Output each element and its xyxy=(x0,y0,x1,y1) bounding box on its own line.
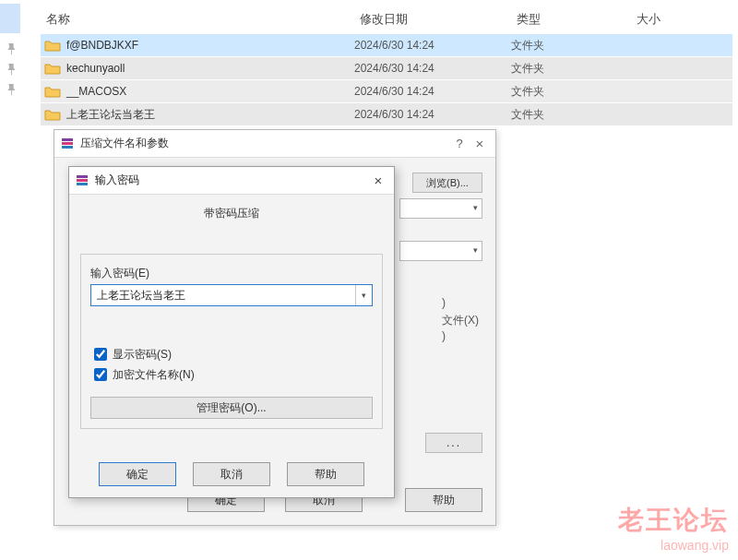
stub-text-x: 文件(X) xyxy=(442,313,479,328)
format-dropdown[interactable]: ▾ xyxy=(399,198,482,219)
selected-indicator xyxy=(0,4,20,33)
file-name: kechunyaoll xyxy=(66,62,354,75)
column-header-type[interactable]: 类型 xyxy=(511,11,631,28)
column-header-row: 名称 修改日期 类型 大小 xyxy=(41,6,732,33)
password-dialog: 输入密码 × 带密码压缩 输入密码(E) ▾ 显示密码(S) 加密文件名称(N)… xyxy=(68,166,395,498)
svg-rect-3 xyxy=(77,175,88,178)
file-date: 2024/6/30 14:24 xyxy=(354,39,511,52)
checkbox-label: 加密文件名称(N) xyxy=(113,367,195,383)
dialog-title: 输入密码 xyxy=(95,173,368,188)
svg-rect-1 xyxy=(62,142,73,145)
pin-icon xyxy=(5,63,18,76)
checkbox-input[interactable] xyxy=(94,348,107,361)
ok-button[interactable]: 确定 xyxy=(99,462,176,486)
show-password-checkbox[interactable]: 显示密码(S) xyxy=(90,345,172,363)
close-icon[interactable]: × xyxy=(368,173,388,188)
file-name: __MACOSX xyxy=(66,85,354,98)
chevron-down-icon[interactable]: ▾ xyxy=(355,285,372,305)
file-type: 文件夹 xyxy=(511,84,631,100)
dialog-titlebar[interactable]: 输入密码 × xyxy=(69,167,394,195)
password-group: 输入密码(E) ▾ 显示密码(S) 加密文件名称(N) 管理密码(O)... xyxy=(80,254,383,429)
pin-strip xyxy=(0,35,22,103)
watermark: 老王论坛 laowang.vip xyxy=(618,503,729,553)
dialog-titlebar[interactable]: 压缩文件名和参数 ? × xyxy=(54,130,495,158)
file-type: 文件夹 xyxy=(511,38,631,54)
svg-rect-5 xyxy=(77,183,88,185)
column-header-date[interactable]: 修改日期 xyxy=(354,11,511,28)
close-icon[interactable]: × xyxy=(470,136,490,151)
table-row[interactable]: f@BNDBJKXF 2024/6/30 14:24 文件夹 xyxy=(41,33,732,56)
table-row[interactable]: __MACOSX 2024/6/30 14:24 文件夹 xyxy=(41,79,732,102)
compression-dropdown[interactable]: ▾ xyxy=(399,241,482,261)
help-icon[interactable]: ? xyxy=(449,137,470,150)
svg-rect-4 xyxy=(77,179,88,182)
file-date: 2024/6/30 14:24 xyxy=(354,108,511,121)
column-header-size[interactable]: 大小 xyxy=(631,11,732,28)
file-type: 文件夹 xyxy=(511,61,631,77)
more-button[interactable]: ... xyxy=(425,433,482,453)
stub-text-d: ) xyxy=(442,296,446,309)
column-header-name[interactable]: 名称 xyxy=(41,11,354,28)
watermark-line2: laowang.vip xyxy=(618,538,729,553)
chevron-down-icon: ▾ xyxy=(473,203,478,212)
file-type: 文件夹 xyxy=(511,107,631,123)
manage-passwords-button[interactable]: 管理密码(O)... xyxy=(90,397,373,419)
svg-rect-2 xyxy=(62,146,73,149)
password-label: 输入密码(E) xyxy=(90,266,149,281)
file-name: 上老王论坛当老王 xyxy=(66,107,354,123)
encrypt-names-checkbox[interactable]: 加密文件名称(N) xyxy=(90,365,195,384)
cancel-button[interactable]: 取消 xyxy=(193,462,270,486)
svg-rect-0 xyxy=(62,138,73,141)
stub-text-s: ) xyxy=(442,329,446,342)
browse-button[interactable]: 浏览(B)... xyxy=(412,173,482,193)
folder-icon xyxy=(44,85,61,98)
watermark-line1: 老王论坛 xyxy=(618,503,729,538)
password-input[interactable] xyxy=(91,285,355,305)
app-icon xyxy=(75,173,89,188)
dialog-subtitle: 带密码压缩 xyxy=(69,206,394,221)
chevron-down-icon: ▾ xyxy=(473,245,478,255)
password-combobox[interactable]: ▾ xyxy=(90,284,373,306)
dialog-title: 压缩文件名和参数 xyxy=(80,136,449,151)
folder-icon xyxy=(44,62,61,75)
help-button[interactable]: 帮助 xyxy=(287,462,364,486)
file-name: f@BNDBJKXF xyxy=(66,39,354,52)
checkbox-label: 显示密码(S) xyxy=(113,347,172,363)
file-date: 2024/6/30 14:24 xyxy=(354,85,511,98)
folder-icon xyxy=(44,39,61,52)
folder-icon xyxy=(44,108,61,121)
file-list: f@BNDBJKXF 2024/6/30 14:24 文件夹 kechunyao… xyxy=(41,33,732,125)
pin-icon xyxy=(5,42,18,55)
pin-icon xyxy=(5,83,18,96)
help-button-outer[interactable]: 帮助 xyxy=(405,488,482,512)
table-row[interactable]: 上老王论坛当老王 2024/6/30 14:24 文件夹 xyxy=(41,102,732,125)
file-date: 2024/6/30 14:24 xyxy=(354,62,511,75)
app-icon xyxy=(60,137,75,151)
checkbox-input[interactable] xyxy=(94,368,107,381)
table-row[interactable]: kechunyaoll 2024/6/30 14:24 文件夹 xyxy=(41,56,732,79)
